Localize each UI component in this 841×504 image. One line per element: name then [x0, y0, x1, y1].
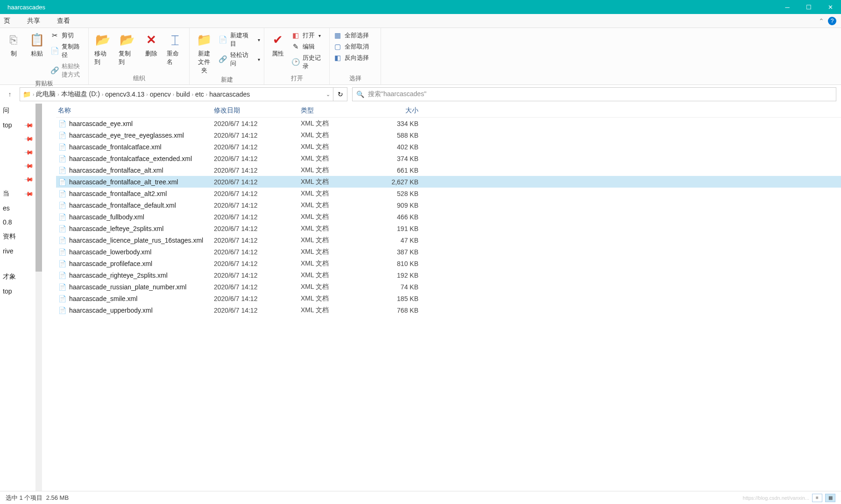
breadcrumb-p3[interactable]: build [176, 91, 190, 98]
edit-button[interactable]: ✎编辑 [291, 42, 325, 51]
view-details-button[interactable]: ≡ [812, 494, 822, 502]
copy-button[interactable]: ⎘ 制 [4, 31, 23, 59]
nav-scroll-thumb[interactable] [35, 104, 42, 272]
address-bar[interactable]: 📁 › 此电脑 › 本地磁盘 (D:) › opencv3.4.13 › ope… [20, 87, 333, 101]
column-date[interactable]: 修改日期 [214, 106, 301, 115]
pin-icon: 📌 [24, 161, 34, 171]
easy-access-icon: 🔗 [219, 55, 227, 63]
file-row[interactable]: 📄haarcascade_frontalface_alt_tree.xml202… [56, 176, 841, 188]
paste-shortcut-button[interactable]: 🔗粘贴快捷方式 [50, 62, 85, 79]
search-placeholder: 搜索"haarcascades" [368, 90, 426, 98]
rename-button[interactable]: ⌶ 重命名 [165, 31, 185, 67]
file-name: haarcascade_russian_plate_number.xml [69, 283, 186, 291]
maximize-button[interactable]: ☐ [798, 0, 820, 14]
delete-button[interactable]: ✕ 删除 [141, 31, 161, 59]
file-size: 191 KB [375, 225, 422, 232]
file-row[interactable]: 📄haarcascade_russian_plate_number.xml202… [56, 281, 841, 293]
properties-button[interactable]: ✔ 属性 [268, 31, 288, 59]
chevron-down-icon[interactable]: ⌄ [326, 91, 330, 98]
file-row[interactable]: 📄haarcascade_righteye_2splits.xml2020/6/… [56, 269, 841, 281]
nav-up-button[interactable]: ↑ [5, 91, 15, 98]
new-folder-button[interactable]: 📁 新建 文件夹 [193, 31, 215, 76]
breadcrumb-p2[interactable]: opencv [150, 91, 171, 98]
file-row[interactable]: 📄haarcascade_profileface.xml2020/6/7 14:… [56, 258, 841, 269]
file-list: 名称 修改日期 类型 大小 📄haarcascade_eye.xml2020/6… [42, 104, 841, 491]
file-row[interactable]: 📄haarcascade_frontalface_alt2.xml2020/6/… [56, 188, 841, 199]
ribbon-tabs: 页 共享 查看 ⌃ ? [0, 14, 841, 28]
tab-home[interactable]: 页 [0, 17, 14, 25]
file-size: 528 KB [375, 190, 422, 197]
file-name: haarcascade_fullbody.xml [69, 213, 144, 221]
file-type: XML 文档 [301, 248, 375, 256]
file-date: 2020/6/7 14:12 [214, 143, 301, 151]
breadcrumb-drive[interactable]: 本地磁盘 (D:) [61, 90, 100, 98]
file-row[interactable]: 📄haarcascade_frontalface_alt.xml2020/6/7… [56, 164, 841, 176]
file-type: XML 文档 [301, 201, 375, 210]
file-row[interactable]: 📄haarcascade_lowerbody.xml2020/6/7 14:12… [56, 246, 841, 258]
breadcrumb-root[interactable]: 此电脑 [36, 90, 56, 98]
cut-button[interactable]: ✂剪切 [50, 31, 85, 40]
file-name: haarcascade_profileface.xml [69, 260, 152, 267]
path-icon: 📄 [50, 47, 59, 55]
select-none-button[interactable]: ▢全部取消 [333, 42, 369, 51]
refresh-button[interactable]: ↻ [333, 87, 347, 101]
file-row[interactable]: 📄haarcascade_frontalcatface_extended.xml… [56, 153, 841, 164]
xml-file-icon: 📄 [58, 259, 66, 268]
file-type: XML 文档 [301, 166, 375, 175]
invert-selection-button[interactable]: ◧反向选择 [333, 53, 369, 63]
copy-path-button[interactable]: 📄复制路径 [50, 42, 85, 60]
history-button[interactable]: 🕑历史记录 [291, 53, 325, 71]
xml-file-icon: 📄 [58, 166, 66, 175]
file-name: haarcascade_frontalcatface.xml [69, 143, 162, 151]
new-item-button[interactable]: 📄新建项目▾ [219, 31, 260, 49]
select-all-icon: ▦ [333, 31, 342, 40]
search-input[interactable]: 🔍 搜索"haarcascades" [352, 87, 836, 101]
file-row[interactable]: 📄haarcascade_frontalcatface.xml2020/6/7 … [56, 141, 841, 153]
file-type: XML 文档 [301, 143, 375, 151]
minimize-button[interactable]: ─ [777, 0, 798, 14]
paste-icon: 📋 [29, 32, 45, 48]
file-row[interactable]: 📄haarcascade_licence_plate_rus_16stages.… [56, 234, 841, 246]
xml-file-icon: 📄 [58, 119, 66, 128]
move-to-button[interactable]: 📂 移动到 [92, 31, 113, 67]
collapse-ribbon-icon[interactable]: ⌃ [819, 17, 824, 25]
file-date: 2020/6/7 14:12 [214, 237, 301, 244]
copy-to-button[interactable]: 📂 复制到 [117, 31, 137, 67]
breadcrumb-p1[interactable]: opencv3.4.13 [105, 91, 144, 98]
file-date: 2020/6/7 14:12 [214, 283, 301, 291]
file-row[interactable]: 📄haarcascade_smile.xml2020/6/7 14:12XML … [56, 293, 841, 304]
status-size: 2.56 MB [46, 494, 69, 501]
xml-file-icon: 📄 [58, 294, 66, 303]
tab-share[interactable]: 共享 [23, 17, 44, 25]
file-row[interactable]: 📄haarcascade_eye.xml2020/6/7 14:12XML 文档… [56, 118, 841, 129]
column-name[interactable]: 名称 [56, 106, 214, 115]
delete-icon: ✕ [143, 32, 159, 48]
breadcrumb-p4[interactable]: etc [195, 91, 204, 98]
move-icon: 📂 [95, 32, 111, 48]
easy-access-button[interactable]: 🔗轻松访问▾ [219, 50, 260, 68]
xml-file-icon: 📄 [58, 201, 66, 210]
file-size: 909 KB [375, 202, 422, 209]
close-button[interactable]: ✕ [820, 0, 841, 14]
pin-icon: 📌 [24, 189, 34, 199]
file-name: haarcascade_lefteye_2splits.xml [69, 225, 163, 232]
status-selection: 选中 1 个项目 [6, 494, 42, 501]
file-row[interactable]: 📄haarcascade_upperbody.xml2020/6/7 14:12… [56, 304, 841, 316]
new-folder-icon: 📁 [196, 32, 212, 48]
open-button[interactable]: ◧打开▾ [291, 31, 325, 40]
column-size[interactable]: 大小 [375, 106, 422, 115]
new-group-label: 新建 [190, 76, 264, 86]
breadcrumb-p5[interactable]: haarcascades [209, 91, 250, 98]
select-all-button[interactable]: ▦全部选择 [333, 31, 369, 40]
help-icon[interactable]: ? [828, 17, 836, 25]
tab-view[interactable]: 查看 [53, 17, 74, 25]
file-row[interactable]: 📄haarcascade_eye_tree_eyeglasses.xml2020… [56, 129, 841, 141]
select-none-icon: ▢ [333, 42, 342, 51]
view-icons-button[interactable]: ▦ [825, 494, 835, 502]
paste-button[interactable]: 📋 粘贴 [27, 31, 47, 59]
shortcut-icon: 🔗 [50, 66, 59, 75]
file-row[interactable]: 📄haarcascade_lefteye_2splits.xml2020/6/7… [56, 223, 841, 234]
file-row[interactable]: 📄haarcascade_frontalface_default.xml2020… [56, 199, 841, 211]
column-type[interactable]: 类型 [301, 106, 375, 115]
file-row[interactable]: 📄haarcascade_fullbody.xml2020/6/7 14:12X… [56, 211, 841, 223]
